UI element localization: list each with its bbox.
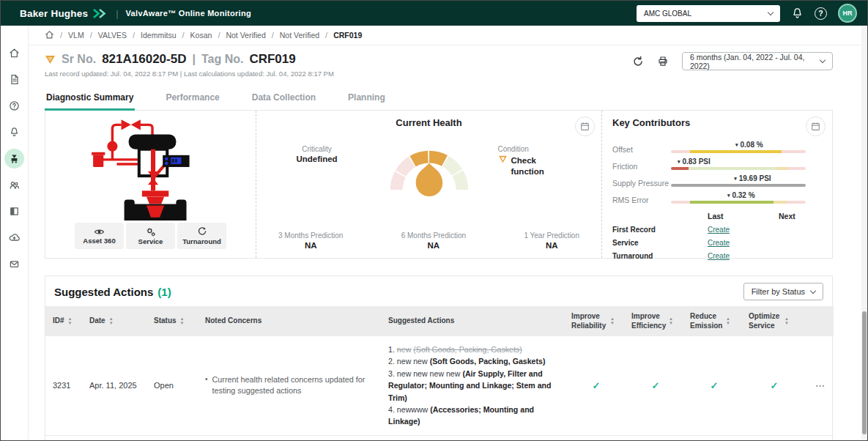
tab-data-collection[interactable]: Data Collection — [251, 87, 317, 110]
sidebar-item-mail[interactable] — [4, 254, 24, 274]
brand-block: Baker Hughes | ValvAware™ Online Monitor… — [20, 8, 251, 19]
bar-value: 0.08 % — [741, 141, 763, 149]
sidebar-item-reports[interactable] — [4, 70, 24, 89]
schedule-row-service: Service Create — [612, 239, 825, 247]
contributors-calendar-button[interactable] — [806, 116, 826, 136]
contributor-label: RMS Error — [612, 196, 671, 205]
criticality-block: Criticality Undefined — [274, 145, 360, 204]
refresh-icon[interactable] — [632, 56, 644, 67]
criticality-value: Undefined — [274, 155, 360, 163]
calendar-icon — [580, 122, 590, 131]
health-calendar-button[interactable] — [575, 116, 595, 136]
sort-icon: ▲▼ — [180, 317, 185, 325]
date-range-value: 6 months (Jan. 04, 2022 - Jul. 04, 2022) — [690, 53, 820, 70]
notifications-bell-icon[interactable] — [791, 7, 804, 20]
help-icon[interactable]: ? — [815, 7, 827, 20]
bullet-icon: • — [205, 374, 208, 397]
title-row: Sr No. 821A16020-5D | Tag No. CRF019 Las… — [45, 52, 833, 78]
condition-label: Condition — [498, 145, 585, 153]
sidebar-item-cloud-upload[interactable] — [4, 228, 24, 248]
suggested-action-item: 4.newwww(Accessories; Mounting and Linka… — [388, 404, 561, 428]
warning-triangle-icon — [45, 55, 56, 64]
filter-by-status-button[interactable]: Filter by Status — [743, 283, 823, 300]
contributor-bars: Offset ▾0.08 % Friction ▾0.83 PSI — [612, 138, 825, 205]
tag-no-value: CRF019 — [249, 52, 295, 67]
home-icon[interactable] — [45, 30, 54, 41]
topbar-divider: | — [116, 8, 118, 19]
baker-hughes-logo-icon — [93, 9, 108, 18]
actions-table-header: ID#▲▼ Date▲▼ Status▲▼ Noted Concerns Sug… — [45, 306, 832, 336]
breadcrumb-item-unit[interactable]: Not Verified — [226, 31, 265, 40]
suggested-actions-card: Suggested Actions (1) Filter by Status I… — [45, 275, 833, 441]
condition-warning-triangle-icon — [498, 155, 508, 163]
bar-track — [671, 184, 806, 187]
breadcrumb-item-site[interactable]: Kosan — [190, 31, 212, 40]
schedule-header: Last Next — [612, 212, 825, 220]
schedule-next-header: Next — [779, 212, 825, 220]
sidebar-item-library[interactable] — [4, 201, 24, 221]
bar-value: 0.83 PSI — [682, 158, 710, 166]
breadcrumb-separator: / — [182, 31, 185, 40]
prediction-value: NA — [278, 241, 343, 250]
topbar-right: AMC GLOBAL ? HR — [637, 4, 857, 23]
date-range-selector[interactable]: 6 months (Jan. 04, 2022 - Jul. 04, 2022) — [682, 52, 833, 70]
sr-no-value: 821A16020-5D — [102, 52, 186, 67]
top-bar: Baker Hughes | ValvAware™ Online Monitor… — [1, 1, 867, 26]
cell-id: 3231 — [45, 336, 82, 436]
caret-down-icon: ▾ — [734, 176, 737, 181]
asset-panel: Asset 360 Service Turnaround — [45, 111, 256, 258]
breadcrumb-item-valves[interactable]: VALVES — [98, 31, 127, 40]
tab-performance[interactable]: Performance — [164, 87, 220, 110]
turnaround-button[interactable]: Turnaround — [177, 223, 226, 249]
gauge-pointer-droplet — [415, 163, 442, 197]
app-window: Baker Hughes | ValvAware™ Online Monitor… — [0, 0, 868, 441]
sidebar-item-users[interactable] — [4, 175, 24, 195]
cell-improve-reliability-check: ✓ — [564, 336, 624, 436]
column-header-reduce-emission[interactable]: Reduce Emission▲▼ — [683, 306, 741, 336]
create-service-link[interactable]: Create — [708, 239, 779, 247]
print-icon[interactable] — [657, 56, 669, 67]
cell-status: Open — [146, 336, 198, 436]
actions-table-row: 3231 Apr. 11, 2025 Open •Current health … — [45, 336, 832, 436]
service-button[interactable]: Service — [126, 223, 175, 249]
prediction-label: 3 Months Prediction — [278, 231, 343, 240]
bar-marker: ▾0.08 % — [735, 141, 763, 149]
column-header-id[interactable]: ID#▲▼ — [45, 306, 82, 336]
bar-marker: ▾0.83 PSI — [678, 158, 711, 166]
cell-improve-efficiency-check: ✓ — [624, 336, 683, 436]
create-first-record-link[interactable]: Create — [708, 226, 779, 234]
breadcrumb-item-vlm[interactable]: VLM — [68, 31, 84, 40]
sidebar-item-valve-monitoring[interactable] — [4, 149, 24, 168]
column-header-improve-efficiency[interactable]: Improve Efficiency▲▼ — [624, 306, 683, 336]
tab-diagnostic-summary[interactable]: Diagnostic Summary — [45, 87, 135, 110]
column-header-status[interactable]: Status▲▼ — [146, 306, 198, 336]
more-options-icon[interactable]: ⋯ — [815, 380, 826, 391]
sort-icon: ▲▼ — [610, 317, 615, 325]
avatar[interactable]: HR — [838, 4, 857, 23]
breadcrumb-item-customer[interactable]: Idemmitsu — [141, 31, 176, 40]
asset-360-button[interactable]: Asset 360 — [75, 223, 124, 249]
tab-planning[interactable]: Planning — [346, 87, 387, 110]
column-header-suggested-actions: Suggested Actions — [381, 306, 564, 336]
contributor-row-friction: Friction ▾0.83 PSI — [612, 155, 825, 171]
table-footer: Items per page: 3 1 – 1 of 1 « ‹ 1 › » — [45, 436, 832, 441]
schedule-last-header: Last — [708, 212, 779, 220]
column-header-improve-reliability[interactable]: Improve Reliability▲▼ — [564, 306, 624, 336]
sidebar-item-home[interactable] — [4, 43, 24, 63]
org-selector[interactable]: AMC GLOBAL — [637, 5, 780, 22]
column-header-optimize-service[interactable]: Optimize Service▲▼ — [741, 306, 803, 336]
sidebar-item-alerts[interactable] — [4, 122, 24, 142]
breadcrumb-separator: / — [133, 31, 135, 40]
scrollbar-thumb[interactable] — [862, 311, 867, 434]
breadcrumb-separator: / — [272, 31, 274, 40]
column-header-date[interactable]: Date▲▼ — [82, 306, 146, 336]
asset-360-label: Asset 360 — [83, 237, 115, 245]
gears-icon — [146, 227, 156, 237]
column-header-row-actions — [803, 306, 834, 336]
create-turnaround-link[interactable]: Create — [708, 252, 779, 260]
breadcrumb-item-subunit[interactable]: Not Verified — [280, 31, 319, 40]
sidebar-item-help[interactable] — [4, 96, 24, 116]
vertical-scrollbar[interactable] — [861, 26, 867, 440]
breadcrumb-separator: / — [218, 31, 220, 40]
suggested-action-item: 2.new new(Soft Goods, Packing, Gaskets) — [388, 355, 545, 367]
